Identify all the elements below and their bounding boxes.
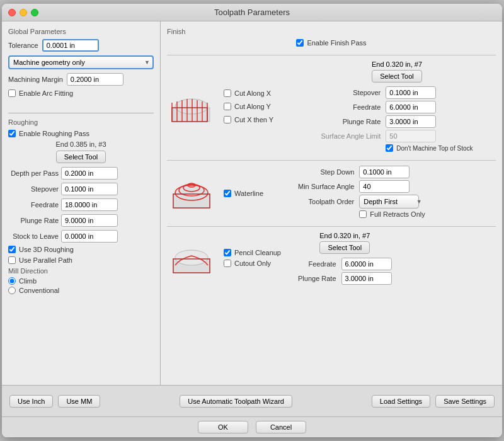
waterline-checkbox[interactable] [224, 190, 231, 197]
cutout-only-checkbox[interactable] [224, 260, 231, 267]
stepover-input[interactable] [61, 183, 118, 195]
cutout-only-row: Cutout Only [224, 260, 293, 267]
maximize-button[interactable] [31, 9, 38, 16]
cut-x-then-y-row: Cut X then Y [224, 116, 293, 123]
climb-row: Climb [8, 277, 154, 285]
enable-arc-checkbox[interactable] [8, 89, 16, 97]
mill-direction-group: Climb Conventional [8, 277, 154, 294]
machining-margin-input[interactable] [67, 73, 123, 86]
select-tool-3-wrapper: Select Tool [298, 241, 392, 254]
use-3d-roughing-row: Use 3D Roughing [8, 246, 154, 253]
save-settings-button[interactable]: Save Settings [435, 395, 495, 408]
select-tool-1-button[interactable]: Select Tool [56, 151, 106, 163]
right-panel: Finish Enable Finish Pass [161, 21, 502, 385]
enable-finish-wrapper: Enable Finish Pass [167, 39, 496, 50]
close-button[interactable] [8, 9, 16, 16]
plunge-rate2-input[interactable] [341, 272, 392, 285]
cut-along-y-label: Cut Along Y [234, 103, 271, 110]
load-settings-button[interactable]: Load Settings [372, 395, 430, 408]
feedrate2-label: Feedrate [298, 260, 336, 268]
mill-direction-label: Mill Direction [8, 267, 154, 275]
traffic-lights [8, 9, 38, 16]
cut-along-x-row: Cut Along X [224, 89, 293, 97]
plunge-rate-param-input[interactable] [386, 115, 436, 128]
stepover-param-input[interactable] [386, 86, 436, 99]
cut-along-x-illustration [167, 89, 216, 127]
pencil-cleanup-label: Pencil Cleanup [234, 249, 281, 256]
pencil-cleanup-checkbox-row: Pencil Cleanup [224, 249, 293, 256]
finish-section: Finish Enable Finish Pass [167, 28, 496, 379]
feedrate-param-input[interactable] [386, 101, 436, 113]
select-tool-2-button[interactable]: Select Tool [372, 70, 422, 83]
machine-geometry-wrapper[interactable]: Machine geometry only [8, 55, 154, 69]
divider-1 [8, 113, 154, 113]
enable-arc-row: Enable Arc Fitting [8, 89, 154, 97]
cutout-only-label: Cutout Only [234, 260, 271, 267]
finish-param-grid: Stepover Feedrate Plunge Rate Surface An… [298, 86, 496, 155]
cancel-button[interactable]: Cancel [256, 421, 306, 433]
select-tool-3-button[interactable]: Select Tool [319, 241, 370, 254]
use-mm-button[interactable]: Use MM [58, 395, 100, 408]
stock-to-leave-input[interactable] [61, 230, 118, 243]
use-3d-roughing-checkbox[interactable] [8, 246, 16, 253]
use-parallel-path-row: Use Parallel Path [8, 256, 154, 264]
depth-per-pass-input[interactable] [61, 167, 118, 180]
climb-radio[interactable] [8, 277, 16, 285]
svg-point-1 [175, 99, 208, 114]
stock-to-leave-row: Stock to Leave [8, 230, 154, 243]
plunge-rate-row: Plunge Rate [8, 214, 154, 227]
machine-geometry-select[interactable]: Machine geometry only [8, 55, 154, 69]
ok-button[interactable]: OK [198, 421, 248, 433]
plunge-rate-input[interactable] [61, 214, 118, 227]
roughing-section: Roughing Enable Roughing Pass End 0.385 … [8, 118, 154, 379]
conventional-label: Conventional [19, 287, 59, 294]
full-retracts-row: Full Retracts Only [359, 210, 425, 218]
conventional-row: Conventional [8, 287, 154, 294]
finish-section-label: Finish [167, 28, 496, 35]
cut-x-then-y-checkbox[interactable] [224, 116, 231, 123]
global-params-label: Global Parameters [8, 28, 154, 35]
feedrate-input[interactable] [61, 198, 118, 211]
toolpath-order-wrapper[interactable]: Depth First Width First [359, 195, 425, 209]
pencil-illustration [167, 237, 219, 280]
use-parallel-path-checkbox[interactable] [8, 256, 16, 264]
pencil-end-info: End 0.320 in, #7 [298, 232, 392, 239]
use-inch-button[interactable]: Use Inch [9, 395, 53, 408]
finish-end-info: End 0.320 in, #7 [298, 60, 496, 68]
svg-point-19 [175, 250, 208, 265]
stepover-param-label: Stepover [298, 89, 381, 96]
left-panel: Global Parameters Tolerance Machine geom… [2, 21, 161, 385]
min-surface-angle-input[interactable] [359, 180, 410, 193]
select-tool-2-wrapper: Select Tool [298, 70, 496, 83]
global-params-section: Global Parameters Tolerance Machine geom… [8, 28, 154, 100]
cut-along-row: Cut Along X Cut Along Y Cut X then Y End… [167, 55, 496, 160]
window-title: Toolpath Parameters [214, 8, 290, 17]
feedrate2-input[interactable] [341, 258, 392, 270]
toolpath-order-label: Toolpath Order [298, 198, 354, 205]
toolpath-order-select[interactable]: Depth First Width First [359, 195, 419, 209]
step-down-input[interactable] [359, 166, 410, 178]
roughing-end-info: End 0.385 in, #3 [8, 140, 154, 148]
stepover-label: Stepover [8, 185, 59, 193]
minimize-button[interactable] [20, 9, 27, 16]
bottom-left: Use Inch Use MM [9, 395, 100, 408]
titlebar: Toolpath Parameters [2, 4, 502, 21]
pencil-svg [167, 237, 216, 278]
depth-per-pass-label: Depth per Pass [8, 169, 59, 177]
cut-along-x-checkbox[interactable] [224, 89, 231, 97]
conventional-radio[interactable] [8, 287, 16, 294]
dont-machine-checkbox[interactable] [386, 144, 393, 152]
machining-margin-label: Machining Margin [8, 76, 63, 83]
waterline-params: Step Down Min Surface Angle Toolpath Ord… [298, 166, 430, 221]
feedrate-label: Feedrate [8, 201, 59, 209]
enable-finish-checkbox[interactable] [296, 39, 304, 47]
auto-wizard-button[interactable]: Use Automatic Toolpath Wizard [180, 395, 292, 408]
enable-roughing-checkbox[interactable] [8, 130, 16, 137]
use-parallel-path-label: Use Parallel Path [19, 256, 72, 264]
surface-angle-param-label: Surface Angle Limit [298, 132, 381, 140]
tolerance-input[interactable] [42, 39, 99, 52]
feedrate-row: Feedrate [8, 198, 154, 211]
pencil-cleanup-checkbox[interactable] [224, 249, 231, 256]
cut-along-y-checkbox[interactable] [224, 103, 231, 110]
full-retracts-checkbox[interactable] [359, 210, 367, 218]
